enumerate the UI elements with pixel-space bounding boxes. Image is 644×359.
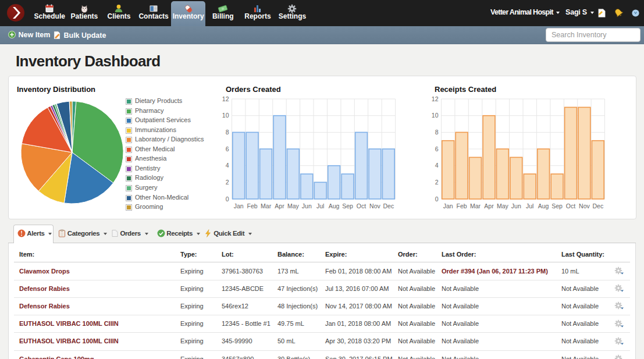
svg-text:Sep: Sep: [342, 202, 353, 209]
svg-text:Aug: Aug: [538, 202, 549, 209]
svg-text:2: 2: [226, 179, 229, 186]
svg-text:Jun: Jun: [511, 202, 521, 209]
svg-text:Nov: Nov: [369, 202, 380, 209]
svg-text:12: 12: [222, 95, 229, 102]
svg-text:6: 6: [226, 145, 229, 152]
svg-text:8: 8: [226, 129, 229, 136]
svg-text:Jul: Jul: [316, 202, 324, 209]
svg-text:10: 10: [222, 112, 229, 119]
svg-text:4: 4: [226, 162, 229, 169]
svg-text:Mar: Mar: [261, 202, 272, 209]
svg-text:Aug: Aug: [329, 202, 340, 209]
svg-text:8: 8: [435, 129, 439, 136]
svg-text:Oct: Oct: [566, 202, 575, 209]
svg-text:0: 0: [435, 196, 439, 202]
svg-text:May: May: [497, 202, 509, 209]
svg-text:Jul: Jul: [526, 202, 533, 209]
svg-text:Sep: Sep: [552, 202, 563, 209]
svg-text:12: 12: [432, 95, 439, 102]
svg-text:4: 4: [435, 162, 439, 169]
svg-text:Dec: Dec: [592, 202, 603, 209]
svg-text:Jan: Jan: [234, 202, 244, 209]
svg-text:Dec: Dec: [383, 202, 394, 209]
svg-text:Apr: Apr: [275, 202, 284, 209]
svg-text:0: 0: [226, 196, 229, 202]
svg-text:Nov: Nov: [579, 202, 590, 209]
svg-text:Feb: Feb: [247, 202, 258, 209]
svg-text:Mar: Mar: [470, 202, 481, 209]
svg-text:6: 6: [435, 145, 439, 152]
svg-text:Feb: Feb: [457, 202, 467, 209]
svg-text:May: May: [287, 202, 300, 209]
svg-text:2: 2: [435, 179, 439, 186]
svg-text:10: 10: [432, 112, 439, 119]
svg-text:Jan: Jan: [443, 202, 453, 209]
svg-text:Jun: Jun: [302, 202, 312, 209]
svg-text:Apr: Apr: [484, 202, 494, 209]
svg-text:Oct: Oct: [357, 202, 366, 209]
